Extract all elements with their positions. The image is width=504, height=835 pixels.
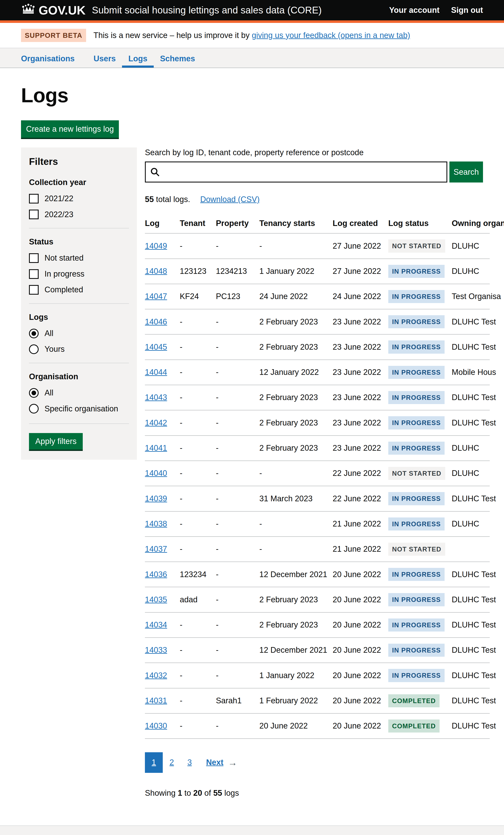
cell-owning-organisation: DLUHC [452,511,490,536]
radio-specific-organisation[interactable]: Specific organisation [29,404,129,414]
table-row-log-14034: 14034--2 February 202320 June 2022IN PRO… [145,612,490,637]
service-name[interactable]: Submit social housing lettings and sales… [92,4,322,17]
status-badge: IN PROGRESS [388,315,445,328]
log-link-14047[interactable]: 14047 [145,292,167,301]
filter-group-logs: LogsAllYours [29,303,129,354]
cell-property: - [216,233,259,259]
option-label: Yours [44,344,65,354]
log-link-14039[interactable]: 14039 [145,494,167,503]
pagination-page-2[interactable]: 2 [163,752,181,773]
cell-log-created: 20 June 2022 [332,663,388,688]
log-link-14038[interactable]: 14038 [145,520,167,528]
cell-tenant: - [180,461,216,486]
logs-table: LogTenantPropertyTenancy startsLog creat… [145,215,490,739]
search-button[interactable]: Search [449,162,483,183]
radio-input[interactable] [29,329,39,338]
feedback-link[interactable]: giving us your feedback (opens in a new … [252,31,410,40]
checkbox-not-started[interactable]: Not started [29,253,129,263]
status-badge: IN PROGRESS [388,669,445,682]
apply-filters-button[interactable]: Apply filters [29,433,83,450]
log-link-14045[interactable]: 14045 [145,343,167,351]
checkbox-input[interactable] [29,285,39,294]
cell-property: Sarah1 [216,688,259,713]
log-link-14042[interactable]: 14042 [145,418,167,427]
filter-group-heading: Status [29,237,129,247]
log-link-14030[interactable]: 14030 [145,721,167,730]
phase-banner-text: This is a new service – help us improve … [94,30,410,41]
cell-tenancy-starts: 12 December 2021 [259,637,332,663]
status-badge: COMPLETED [388,719,440,733]
cell-log-created: 22 June 2022 [332,486,388,511]
pagination-page-3[interactable]: 3 [181,752,199,773]
log-link-14044[interactable]: 14044 [145,368,167,376]
log-link-14036[interactable]: 14036 [145,570,167,579]
checkbox-input[interactable] [29,194,39,204]
radio-yours[interactable]: Yours [29,344,129,354]
cell-owning-organisation: DLUHC Test [452,334,490,360]
results-section: Search by log ID, tenant code, property … [145,147,483,798]
log-link-14033[interactable]: 14033 [145,646,167,654]
status-badge: COMPLETED [388,694,440,707]
status-badge: IN PROGRESS [388,290,445,303]
log-link-14041[interactable]: 14041 [145,444,167,452]
nav-item-logs[interactable]: Logs [122,48,154,68]
checkbox-completed[interactable]: Completed [29,285,129,295]
checkbox-input[interactable] [29,269,39,279]
cell-tenancy-starts: 2 February 2023 [259,309,332,334]
cell-tenancy-starts: - [259,536,332,562]
radio-input[interactable] [29,404,39,413]
pagination-next-link[interactable]: Next [206,757,223,768]
govuk-logo[interactable]: GOV.UK [21,2,85,18]
nav-item-schemes[interactable]: Schemes [154,48,201,68]
nav-item-users[interactable]: Users [87,48,122,68]
checkbox-input[interactable] [29,209,39,219]
nav-item-organisations[interactable]: Organisations [21,48,87,68]
download-csv-link[interactable]: Download (CSV) [200,194,260,205]
log-link-14034[interactable]: 14034 [145,620,167,629]
your-account-link[interactable]: Your account [389,5,440,15]
cell-tenancy-starts: 1 January 2022 [259,663,332,688]
cell-tenancy-starts: 2 February 2023 [259,612,332,637]
log-link-14037[interactable]: 14037 [145,545,167,553]
log-link-14048[interactable]: 14048 [145,267,167,276]
option-label: Specific organisation [44,404,118,414]
cell-tenancy-starts: 24 June 2022 [259,284,332,309]
radio-all[interactable]: All [29,388,129,398]
status-badge: NOT STARTED [388,239,445,252]
cell-owning-organisation: DLUHC Test [452,309,490,334]
radio-input[interactable] [29,344,39,354]
log-link-14046[interactable]: 14046 [145,317,167,326]
cell-property: - [216,385,259,410]
cell-log-created: 21 June 2022 [332,511,388,536]
radio-input[interactable] [29,388,39,398]
cell-owning-organisation: Mobile Hous [452,360,490,385]
checkbox-input[interactable] [29,253,39,263]
option-label: Completed [44,285,83,295]
search-input[interactable] [145,162,447,183]
radio-all[interactable]: All [29,328,129,339]
cell-owning-organisation: DLUHC [452,259,490,284]
showing-to: 20 [193,789,202,797]
option-label: 2022/23 [44,209,73,220]
log-link-14040[interactable]: 14040 [145,469,167,477]
checkbox-in-progress[interactable]: In progress [29,269,129,279]
status-badge: IN PROGRESS [388,366,445,379]
cell-log-created: 23 June 2022 [332,309,388,334]
pagination-page-1[interactable]: 1 [145,752,163,773]
cell-owning-organisation: DLUHC [452,435,490,461]
log-link-14043[interactable]: 14043 [145,393,167,402]
sign-out-link[interactable]: Sign out [451,5,483,15]
log-link-14049[interactable]: 14049 [145,242,167,250]
cell-tenancy-starts: 2 February 2023 [259,410,332,435]
table-row-log-14035: 14035adad-2 February 202320 June 2022IN … [145,587,490,612]
create-lettings-log-button[interactable]: Create a new lettings log [21,120,119,138]
cell-tenant: - [180,536,216,562]
cell-property: - [216,713,259,739]
cell-property: - [216,334,259,360]
checkbox-2022-23[interactable]: 2022/23 [29,209,129,220]
checkbox-2021-22[interactable]: 2021/22 [29,194,129,204]
log-link-14032[interactable]: 14032 [145,671,167,680]
cell-tenant: - [180,233,216,259]
log-link-14031[interactable]: 14031 [145,696,167,705]
log-link-14035[interactable]: 14035 [145,595,167,604]
